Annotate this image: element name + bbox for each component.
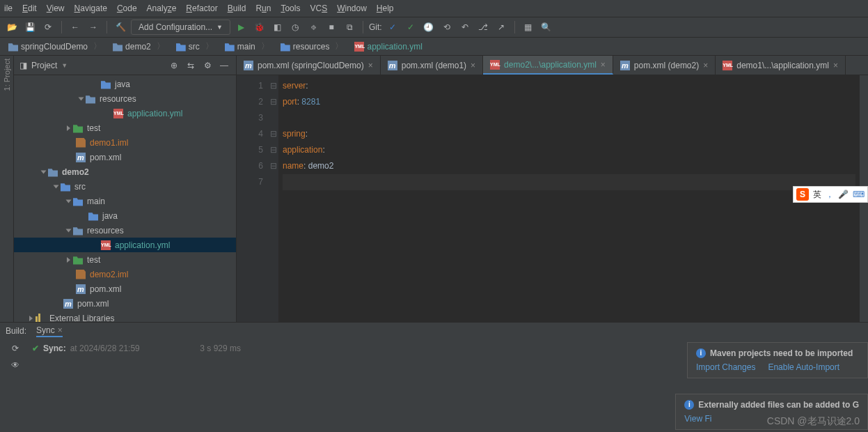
- git-update-icon[interactable]: ✓: [385, 20, 400, 35]
- close-tab-icon[interactable]: ×: [471, 61, 475, 70]
- tree-item[interactable]: demo2.iml: [14, 267, 236, 281]
- attach-icon[interactable]: ⎆: [306, 20, 321, 35]
- forward-icon[interactable]: →: [86, 20, 101, 35]
- editor-tab[interactable]: YMLdemo1\...\application.yml×: [716, 56, 846, 75]
- tree-item[interactable]: test: [14, 252, 236, 267]
- tree-item[interactable]: YMLapplication.yml: [14, 106, 236, 121]
- tree-item[interactable]: demo1.iml: [14, 135, 236, 150]
- git-push-icon[interactable]: ↗: [494, 20, 509, 35]
- coverage-icon[interactable]: ◧: [269, 20, 285, 35]
- tree-item[interactable]: main: [14, 194, 236, 208]
- yaml-icon: YML: [354, 42, 364, 52]
- editor-tab[interactable]: YMLdemo2\...\application.yml×: [483, 56, 613, 75]
- editor-tab[interactable]: mpom.xml (demo1)×: [381, 56, 483, 75]
- close-tab-icon[interactable]: ×: [601, 60, 606, 70]
- breadcrumb-item[interactable]: springCloudDemo〉: [4, 39, 106, 54]
- sync-result-row[interactable]: ✔ Sync: at 2024/6/28 21:59 3 s 929 ms: [32, 344, 241, 353]
- expand-arrow-icon[interactable]: [67, 257, 70, 263]
- settings-icon[interactable]: ⚙: [201, 61, 214, 70]
- tree-item[interactable]: test: [14, 121, 236, 135]
- debug-icon[interactable]: 🐞: [251, 20, 267, 35]
- expand-arrow-icon[interactable]: [66, 229, 72, 232]
- menu-file[interactable]: ile: [4, 3, 13, 13]
- close-tab-icon[interactable]: ×: [833, 61, 838, 70]
- expand-arrow-icon[interactable]: [54, 185, 59, 188]
- git-revert-icon[interactable]: ⟲: [439, 20, 455, 35]
- git-rollback-icon[interactable]: ↶: [457, 20, 473, 35]
- tree-item[interactable]: java: [14, 77, 236, 91]
- expand-arrow-icon[interactable]: [67, 125, 70, 131]
- tree-item[interactable]: java: [14, 208, 236, 223]
- breadcrumb-item[interactable]: demo2〉: [109, 39, 169, 54]
- expand-all-icon[interactable]: ⇆: [184, 61, 197, 70]
- tree-item[interactable]: mpom.xml: [14, 150, 236, 164]
- profile-icon[interactable]: ◷: [287, 20, 303, 35]
- more-run-icon[interactable]: ⧉: [342, 20, 357, 35]
- breadcrumb-item[interactable]: src〉: [172, 39, 218, 54]
- menu-vcs[interactable]: VCS: [310, 3, 327, 13]
- structure-icon[interactable]: ▦: [521, 20, 536, 35]
- rerun-icon[interactable]: ⟳: [12, 344, 19, 353]
- filter-icon[interactable]: 👁: [11, 360, 19, 370]
- import-changes-link[interactable]: Import Changes: [696, 362, 755, 372]
- build-icon[interactable]: 🔨: [113, 20, 128, 35]
- breadcrumb-item[interactable]: resources〉: [276, 39, 348, 54]
- yaml-icon: YML: [101, 240, 111, 250]
- ime-mic-icon[interactable]: 🎤: [838, 190, 849, 199]
- menu-build[interactable]: Build: [228, 3, 246, 13]
- tree-item[interactable]: src: [14, 179, 236, 194]
- tree-item[interactable]: resources: [14, 91, 236, 106]
- enable-auto-import-link[interactable]: Enable Auto-Import: [768, 362, 839, 372]
- close-tab-icon[interactable]: ×: [703, 61, 708, 70]
- ime-toolbar[interactable]: S 英 ， 🎤 ⌨: [793, 186, 868, 203]
- git-branch-icon[interactable]: ⎇: [475, 20, 491, 35]
- folder-icon: [73, 226, 83, 236]
- add-configuration[interactable]: Add Configuration...▼: [131, 20, 230, 35]
- editor-body[interactable]: 1234567 ⊟⊟ ⊟⊟⊟ server: port: 8281 spring…: [237, 75, 868, 322]
- select-opened-icon[interactable]: ⊕: [168, 61, 180, 70]
- menu-refactor[interactable]: Refactor: [186, 3, 217, 13]
- back-icon[interactable]: ←: [68, 20, 83, 35]
- run-icon[interactable]: ▶: [233, 20, 248, 35]
- tree-item[interactable]: mpom.xml: [14, 296, 236, 311]
- menu-run[interactable]: Run: [255, 3, 271, 13]
- expand-arrow-icon[interactable]: [79, 97, 84, 100]
- fold-gutter[interactable]: ⊟⊟ ⊟⊟⊟: [269, 75, 278, 322]
- menu-window[interactable]: Window: [337, 3, 367, 13]
- menu-analyze[interactable]: Analyze: [147, 3, 177, 13]
- refresh-icon[interactable]: ⟳: [40, 20, 56, 35]
- tree-item[interactable]: demo2: [14, 164, 236, 179]
- menu-navigate[interactable]: Navigate: [74, 3, 107, 13]
- expand-arrow-icon[interactable]: [41, 170, 47, 173]
- menu-edit[interactable]: Edit: [22, 3, 37, 13]
- editor-tab[interactable]: mpom.xml (demo2)×: [613, 56, 716, 75]
- tree-item[interactable]: resources: [14, 223, 236, 238]
- menu-tools[interactable]: Tools: [281, 3, 300, 13]
- hide-icon[interactable]: —: [218, 61, 230, 70]
- breadcrumb-item[interactable]: YMLapplication.yml: [350, 40, 426, 53]
- close-tab-icon[interactable]: ×: [368, 61, 373, 70]
- git-history-icon[interactable]: 🕘: [421, 20, 436, 35]
- save-icon[interactable]: 💾: [22, 20, 38, 35]
- project-tool-btn[interactable]: 1: Project: [3, 59, 11, 91]
- breadcrumb-item[interactable]: main〉: [221, 39, 274, 54]
- project-tree[interactable]: javaresourcesYMLapplication.ymltestdemo1…: [14, 75, 236, 322]
- ime-comma-icon[interactable]: ，: [826, 189, 834, 201]
- editor-tab[interactable]: mpom.xml (springCloudDemo)×: [237, 56, 381, 75]
- tree-item[interactable]: External Libraries: [14, 311, 236, 322]
- menu-code[interactable]: Code: [117, 3, 137, 13]
- tree-item[interactable]: YMLapplication.yml: [14, 238, 236, 252]
- view-files-link[interactable]: View Fi: [684, 414, 711, 424]
- git-commit-icon[interactable]: ✓: [403, 20, 418, 35]
- tree-item[interactable]: mpom.xml: [14, 281, 236, 296]
- code-area[interactable]: server: port: 8281 spring: application: …: [278, 75, 860, 322]
- expand-arrow-icon[interactable]: [29, 316, 33, 321]
- sync-tab[interactable]: Sync×: [36, 325, 63, 337]
- expand-arrow-icon[interactable]: [66, 199, 72, 203]
- menu-view[interactable]: View: [47, 3, 65, 13]
- menu-help[interactable]: Help: [377, 3, 394, 13]
- ime-keyboard-icon[interactable]: ⌨: [853, 190, 865, 199]
- open-icon[interactable]: 📂: [4, 20, 19, 35]
- stop-icon[interactable]: ■: [324, 20, 339, 35]
- search-icon[interactable]: 🔍: [539, 20, 554, 35]
